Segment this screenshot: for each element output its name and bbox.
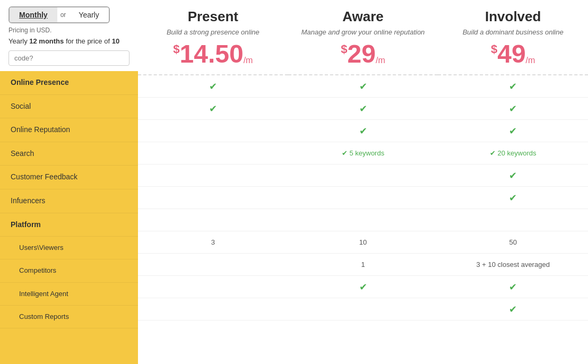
check-icon: ✔ [509,170,517,181]
price-period: /m [376,56,385,65]
sidebar-feature-row: Competitors [0,259,138,282]
check-icon: ✔ [209,103,217,115]
plan-name: Aware [293,8,433,25]
sidebar-feature-row: Platform [0,213,138,237]
billing-toggle: Monthly or Yearly [8,6,110,23]
empty-cell: — [210,149,217,157]
check-icon: ✔ [209,81,217,92]
cell-value: 3 [211,238,215,246]
grid-row: ✔✔✔ [138,75,588,98]
grid-row: ——✔ [138,187,588,209]
grid-row: —✔✔ [138,276,588,298]
check-keywords-icon: ✔ 20 keywords [490,149,537,157]
sidebar-features: Online PresenceSocialOnline ReputationSe… [0,71,138,328]
sidebar-feature-row: Intelligent Agent [0,283,138,306]
yearly-button[interactable]: Yearly [69,7,108,22]
empty-cell: — [210,261,217,268]
sidebar-top: Monthly or Yearly Pricing in USD. Yearly… [0,0,138,71]
feature-grid: ✔✔✔✔✔✔—✔✔—✔ 5 keywords✔ 20 keywords——✔——… [138,75,588,364]
sidebar-feature-row: Online Presence [0,71,138,95]
grid-cell: ✔ [288,276,438,298]
price-dollar: $ [173,44,179,55]
check-icon: ✔ [359,125,367,137]
price-amount: 29 [348,41,376,67]
grid-cell: ✔ 20 keywords [438,142,588,164]
grid-cell: — [138,254,288,275]
promo-suffix: for the price of [66,37,110,45]
grid-cell: ✔ [138,98,288,119]
empty-cell: — [210,216,217,224]
price-dollar: $ [341,44,347,55]
grid-row: —✔✔ [138,120,588,142]
grid-row: ——— [138,209,588,231]
promo-code-input[interactable] [8,50,129,66]
grid-cell: — [138,298,288,320]
grid-cell: ✔ [138,75,288,97]
empty-cell: — [210,283,217,291]
grid-cell: ✔ [438,164,588,186]
check-icon: ✔ [509,103,517,115]
grid-cell: ✔ [438,298,588,320]
grid-row: ✔✔✔ [138,98,588,120]
sidebar-feature-row: Social [0,95,138,119]
check-icon: ✔ [359,103,367,115]
plan-name: Involved [443,8,583,25]
plan-name: Present [143,8,283,25]
months-highlight: 12 months [29,37,64,45]
plan-col-present: Present Build a strong presence online $… [138,0,288,75]
grid-row: ——✔ [138,298,588,320]
promo-number: 10 [112,37,119,45]
grid-cell: — [288,164,438,186]
or-label: or [57,11,70,19]
empty-cell: — [210,171,217,179]
sidebar-feature-row: Customer Feedback [0,166,138,189]
price-amount: 14.50 [180,41,244,67]
grid-cell: — [438,209,588,231]
empty-cell: — [360,305,367,313]
plan-price: $ 14.50 /m [143,41,283,67]
check-icon: ✔ [509,125,517,137]
plan-tagline: Build a strong presence online [143,28,283,36]
plans-header: Present Build a strong presence online $… [138,0,588,75]
pricing-usd-label: Pricing in USD. [8,27,129,34]
grid-cell: ✔ [438,187,588,209]
check-icon: ✔ [509,81,517,92]
cell-value: 1 [361,261,365,268]
sidebar-feature-row: Users\Viewers [0,237,138,259]
empty-cell: — [360,194,367,202]
main-content: Present Build a strong presence online $… [138,0,588,364]
check-icon: ✔ [359,281,367,293]
check-keywords-icon: ✔ 5 keywords [342,149,384,157]
monthly-button[interactable]: Monthly [10,7,57,22]
grid-cell: — [138,120,288,142]
yearly-promo: Yearly 12 months for the price of 10 [8,37,129,45]
sidebar-feature-row: Infuencers [0,189,138,213]
grid-cell: 10 [288,231,438,253]
empty-cell: — [210,305,217,313]
sidebar-feature-row: Custom Reports [0,306,138,328]
grid-row: 31050 [138,231,588,254]
check-icon: ✔ [509,281,517,293]
check-icon: ✔ [509,192,517,204]
grid-cell: ✔ [288,75,438,97]
cell-value: 10 [359,238,367,246]
yearly-promo-text: Yearly [8,37,28,45]
grid-cell: ✔ [438,98,588,119]
grid-cell: 3 [138,231,288,253]
grid-cell: — [138,187,288,209]
grid-cell: ✔ [288,120,438,142]
check-icon: ✔ [509,304,517,315]
grid-row: —13 + 10 closest averaged [138,254,588,276]
plan-price: $ 29 /m [293,41,433,67]
grid-row: —✔ 5 keywords✔ 20 keywords [138,142,588,164]
cell-value: 50 [509,238,516,246]
grid-cell: — [288,187,438,209]
cell-value: 3 + 10 closest averaged [476,261,549,268]
sidebar-feature-row: Search [0,142,138,166]
price-amount: 49 [497,41,525,67]
grid-cell: — [138,164,288,186]
grid-cell: ✔ [438,75,588,97]
check-icon: ✔ [359,81,367,92]
grid-cell: 50 [438,231,588,253]
grid-cell: 3 + 10 closest averaged [438,254,588,275]
